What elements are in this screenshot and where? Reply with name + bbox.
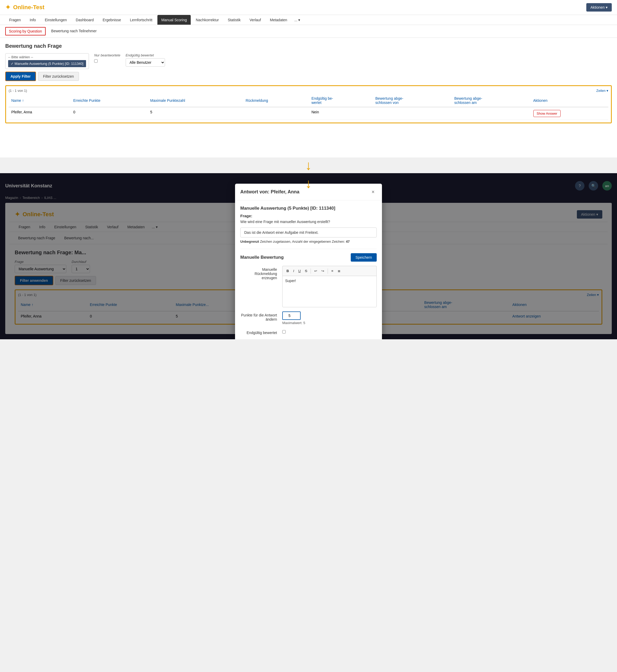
toolbar-undo[interactable]: ↩ xyxy=(313,268,319,274)
col-abgeschlossen-von: Bewertung abge-schlossen von xyxy=(373,94,452,107)
tab-nachkorrektur[interactable]: Nachkorrektur xyxy=(192,15,223,25)
endgueltig-label: Endgültig bewertet xyxy=(126,53,165,57)
cell-erreichte-punkte: 0 xyxy=(70,107,148,120)
result-count: (1 - 1 von 1) xyxy=(9,89,27,93)
modal-divider xyxy=(240,249,377,249)
tab-einstellungen[interactable]: Einstellungen xyxy=(41,15,71,25)
toolbar-div1 xyxy=(311,269,311,274)
rueckmeldung-row: Manuelle Rückmeldung erzeugen B I U S ↩ … xyxy=(240,266,377,307)
toolbar-div2 xyxy=(328,269,328,274)
sort-icon[interactable]: ↑ xyxy=(22,99,24,103)
col-erreichte-punkte: Erreichte Punkte xyxy=(70,94,148,107)
col-name: Name ↑ xyxy=(9,94,70,107)
modal-overlay: ↓ Antwort von: Pfeifer, Anna × Manuelle … xyxy=(0,173,617,339)
endgueltig-bewertet-label: Endgültig bewertet xyxy=(240,329,277,335)
toolbar-italic[interactable]: I xyxy=(291,268,296,274)
rueckmeldung-content: B I U S ↩ ↪ ≡ ≣ Super! xyxy=(282,266,377,307)
dropdown-placeholder: -- Bitte wählen -- xyxy=(8,55,86,59)
modal-body: Manuelle Auswertung (5 Punkte) [ID: 1113… xyxy=(235,200,382,339)
tab-info[interactable]: Info xyxy=(26,15,40,25)
main-page: ✦ Online-Test Aktionen ▾ Fragen Info Ein… xyxy=(0,0,617,157)
results-table: Name ↑ Erreichte Punkte Maximale Punktez… xyxy=(9,94,608,120)
col-aktionen: Aktionen xyxy=(531,94,608,107)
nur-beantwortete-label: Nur beantwortete xyxy=(94,53,121,57)
endgueltig-bewertet-checkbox[interactable] xyxy=(282,330,286,334)
modal-close-button[interactable]: × xyxy=(369,188,377,196)
answer-modal: Antwort von: Pfeifer, Anna × Manuelle Au… xyxy=(235,184,382,339)
modal-answer-box: Das ist die Antwort einer Aufgabe mit Fr… xyxy=(240,227,377,237)
modal-char-count: Unbegrenzt Zeichen zugelassen, Anzahl de… xyxy=(240,239,377,243)
punkte-input[interactable] xyxy=(282,312,300,320)
endgueltig-bewertet-row: Endgültig bewertet xyxy=(240,329,377,335)
sub-tabs: Scoring by Question Bewertung nach Teiln… xyxy=(0,25,617,38)
filter-buttons: Apply Filter Filter zurücksetzen xyxy=(5,71,612,81)
table-row: Pfeifer, Anna 0 5 Nein Show Answer xyxy=(9,107,608,120)
cell-endgueltig: Nein xyxy=(309,107,373,120)
zeilen-link[interactable]: Zeilen ▾ xyxy=(596,89,608,93)
reset-filter-button[interactable]: Filter zurücksetzen xyxy=(38,72,79,81)
manual-scoring-header: Manuelle Bewertung Speichern xyxy=(240,253,377,262)
feedback-text-area[interactable]: Super! xyxy=(282,276,377,307)
show-answer-button[interactable]: Show Answer xyxy=(533,110,561,117)
punkte-row: Punkte für die Antwort ändern Maximalwer… xyxy=(240,312,377,325)
aktionen-button[interactable]: Aktionen ▾ xyxy=(586,3,612,12)
manual-bewertung-title: Manuelle Bewertung xyxy=(240,255,283,260)
question-dropdown-group: -- Bitte wählen -- ✓ Manuelle Auswertung… xyxy=(5,53,89,69)
tab-manual-scoring[interactable]: Manual Scoring xyxy=(157,15,191,25)
app-title: Online-Test xyxy=(13,4,44,11)
toolbar-strike[interactable]: S xyxy=(303,268,309,274)
apply-filter-button[interactable]: Apply Filter xyxy=(5,71,36,81)
cell-abgeschlossen-am xyxy=(452,107,531,120)
rueckmeldung-label: Manuelle Rückmeldung erzeugen xyxy=(240,266,277,280)
top-header: ✦ Online-Test Aktionen ▾ xyxy=(0,0,617,15)
nav-tabs: Fragen Info Einstellungen Dashboard Erge… xyxy=(0,15,617,25)
tab-verlauf[interactable]: Verlauf xyxy=(245,15,265,25)
cell-aktionen: Show Answer xyxy=(531,107,608,120)
speichern-button[interactable]: Speichern xyxy=(351,253,377,262)
punkte-content: Maximalwert: 5 xyxy=(282,312,377,325)
endgueltig-bewertet-content xyxy=(282,330,377,334)
arrow-down-main: ↓ xyxy=(0,159,617,172)
nur-beantwortete-checkbox[interactable] xyxy=(94,59,97,63)
char-count-value: 47 xyxy=(346,239,350,243)
endgueltig-select[interactable]: Alle Benutzer xyxy=(126,58,165,67)
toolbar-redo[interactable]: ↪ xyxy=(320,268,326,274)
nur-beantwortete-group: Nur beantwortete xyxy=(94,53,121,63)
modal-frage-text: Wie wird eine Frage mit manueller Auswer… xyxy=(240,220,377,224)
results-box: (1 - 1 von 1) Zeilen ▾ Name ↑ Erreichte … xyxy=(5,85,612,123)
table-body: Pfeifer, Anna 0 5 Nein Show Answer xyxy=(9,107,608,120)
max-value-label: Maximalwert: 5 xyxy=(282,321,377,325)
tab-lernfortschritt[interactable]: Lernfortschritt xyxy=(126,15,156,25)
toolbar-list-ul[interactable]: ≡ xyxy=(330,268,335,274)
modal-title: Antwort von: Pfeifer, Anna xyxy=(240,189,299,195)
punkte-label: Punkte für die Antwort ändern xyxy=(240,312,277,321)
char-unbegrenzt: Unbegrenzt xyxy=(240,239,259,243)
tab-fragen[interactable]: Fragen xyxy=(5,15,25,25)
result-info: (1 - 1 von 1) Zeilen ▾ xyxy=(9,89,608,93)
endgueltig-group: Endgültig bewertet Alle Benutzer xyxy=(126,53,165,67)
col-abgeschlossen-am: Bewertung abge-schlossen am xyxy=(452,94,531,107)
modal-frage-label: Frage: xyxy=(240,214,377,218)
question-dropdown[interactable]: -- Bitte wählen -- ✓ Manuelle Auswertung… xyxy=(5,53,89,69)
background-layer: Universität Konstanz ? 🔍 an Magazin › Te… xyxy=(0,173,617,339)
subtab-scoring-by-question[interactable]: Scoring by Question xyxy=(5,27,46,35)
tab-metadaten[interactable]: Metadaten xyxy=(266,15,291,25)
filter-section: -- Bitte wählen -- ✓ Manuelle Auswertung… xyxy=(5,53,612,81)
toolbar-underline[interactable]: U xyxy=(296,268,302,274)
tab-dashboard[interactable]: Dashboard xyxy=(72,15,98,25)
tab-ergebnisse[interactable]: Ergebnisse xyxy=(98,15,125,25)
puzzle-icon: ✦ xyxy=(5,4,10,11)
toolbar-list-ol[interactable]: ≣ xyxy=(336,268,342,274)
page-heading: Bewertung nach Frage xyxy=(5,43,612,49)
content-area: Bewertung nach Frage -- Bitte wählen -- … xyxy=(0,38,617,129)
subtab-bewertung-nach-teilnehmer[interactable]: Bewertung nach Teilnehmer xyxy=(48,27,100,35)
filter-row: -- Bitte wählen -- ✓ Manuelle Auswertung… xyxy=(5,53,612,69)
modal-question-id-title: Manuelle Auswertung (5 Punkte) [ID: 1113… xyxy=(240,206,377,211)
col-endgueltig: Endgültig be-wertet xyxy=(309,94,373,107)
tab-more[interactable]: ... ▾ xyxy=(292,15,302,25)
char-info-mid: Zeichen zugelassen, Anzahl der eingegebe… xyxy=(260,239,346,243)
tab-statistik[interactable]: Statistik xyxy=(224,15,244,25)
dropdown-selected-option[interactable]: ✓ Manuelle Auswertung (5 Punkte) [ID: 11… xyxy=(8,60,86,67)
toolbar-bold[interactable]: B xyxy=(284,268,291,274)
app-title-area: ✦ Online-Test xyxy=(5,4,44,11)
